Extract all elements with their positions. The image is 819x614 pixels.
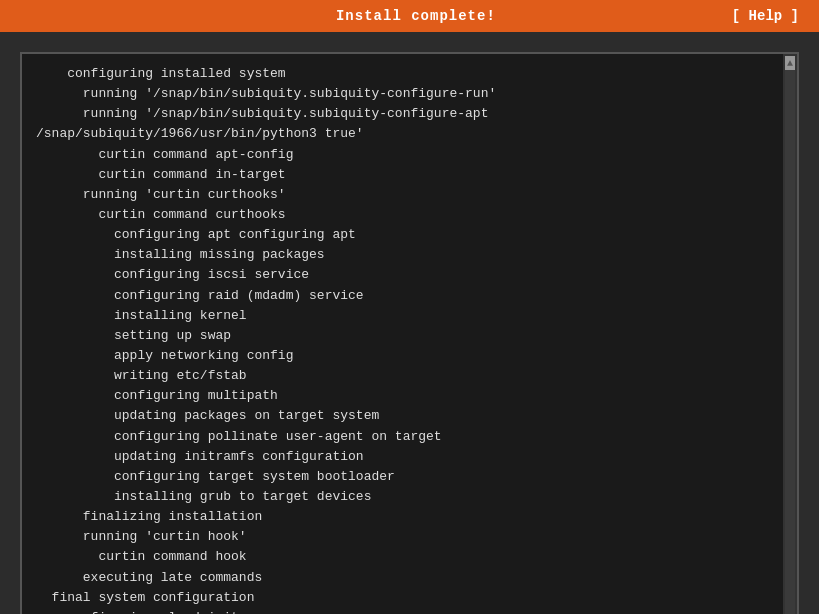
log-output: configuring installed system running '/s… xyxy=(22,54,783,614)
scrollbar-track: ▲ ▼ xyxy=(785,56,795,614)
scrollbar-arrow-up[interactable]: ▲ xyxy=(785,56,795,70)
scrollbar[interactable]: ▲ ▼ xyxy=(783,54,797,614)
main-content: configuring installed system running '/s… xyxy=(0,32,819,614)
header-bar: Install complete! [ Help ] xyxy=(0,0,819,32)
page-title: Install complete! xyxy=(100,8,732,24)
help-button[interactable]: [ Help ] xyxy=(732,8,799,24)
log-container: configuring installed system running '/s… xyxy=(20,52,799,614)
